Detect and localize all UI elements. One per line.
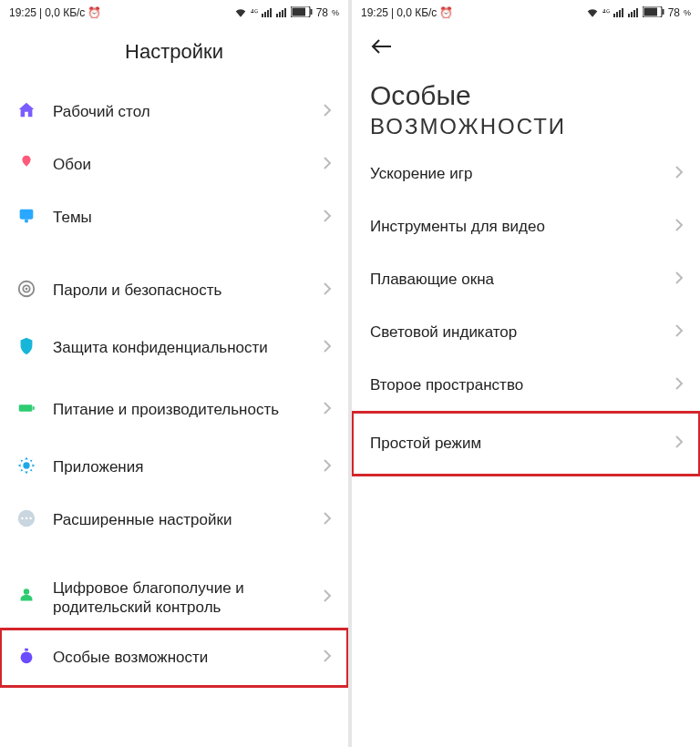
wellbeing-icon — [16, 586, 36, 609]
special-list[interactable]: Ускорение игр Инструменты для видео Плав… — [352, 148, 700, 748]
chevron-right-icon — [323, 281, 332, 300]
svg-point-20 — [21, 517, 24, 520]
row-security[interactable]: Пароли и безопасность — [0, 264, 348, 317]
signal-icon: ⁴ᴳ — [602, 8, 610, 17]
signal-bars-icon — [613, 6, 624, 20]
svg-rect-5 — [279, 12, 281, 17]
row-video-tools[interactable]: Инструменты для видео — [352, 200, 700, 253]
svg-rect-4 — [276, 14, 278, 17]
row-label: Цифровое благополучие и родительский кон… — [53, 578, 323, 618]
chevron-right-icon — [323, 103, 332, 121]
home-icon — [16, 100, 36, 124]
svg-rect-16 — [19, 404, 33, 411]
battery-settings-icon — [16, 398, 36, 422]
row-label: Питание и производительность — [53, 400, 323, 419]
row-label: Ускорение игр — [370, 164, 674, 183]
chevron-right-icon — [323, 511, 332, 529]
svg-rect-9 — [292, 7, 305, 15]
back-button[interactable] — [370, 42, 394, 57]
svg-rect-26 — [613, 14, 615, 17]
wifi-icon — [234, 6, 247, 20]
row-battery[interactable]: Питание и производительность — [0, 379, 348, 441]
chevron-right-icon — [323, 588, 332, 607]
signal-bars-icon-2 — [276, 6, 287, 20]
row-led-indicator[interactable]: Световой индикатор — [352, 306, 700, 359]
svg-rect-0 — [262, 14, 263, 17]
row-themes[interactable]: Темы — [0, 191, 348, 244]
chevron-right-icon — [323, 458, 332, 476]
row-label: Приложения — [53, 457, 323, 476]
status-battery-pct: 78 — [668, 6, 680, 19]
row-label: Защита конфиденциальности — [53, 338, 323, 357]
settings-screen: 19:25 | 0,0 КБ/с ⏰ ⁴ᴳ 78% Настройки — [0, 0, 348, 747]
svg-rect-10 — [310, 9, 312, 15]
svg-rect-29 — [622, 8, 623, 17]
svg-rect-31 — [631, 12, 633, 17]
row-home[interactable]: Рабочий стол — [0, 86, 348, 138]
svg-rect-12 — [25, 220, 28, 223]
row-label: Плавающие окна — [370, 270, 674, 289]
status-net-speed: 0,0 КБ/с — [396, 6, 437, 19]
svg-rect-2 — [267, 10, 269, 17]
row-floating-windows[interactable]: Плавающие окна — [352, 253, 700, 306]
battery-icon — [643, 6, 664, 20]
chevron-right-icon — [323, 649, 332, 667]
svg-rect-28 — [619, 10, 621, 17]
svg-point-22 — [29, 517, 32, 520]
row-label: Темы — [53, 208, 323, 227]
settings-list[interactable]: Рабочий стол Обои Темы Пароли и безопасн… — [0, 86, 348, 747]
security-icon — [16, 279, 36, 302]
more-icon — [16, 508, 36, 532]
chevron-right-icon — [323, 209, 332, 227]
signal-bars-icon — [262, 6, 273, 20]
svg-point-25 — [21, 651, 33, 663]
chevron-right-icon — [674, 376, 684, 394]
row-second-space[interactable]: Второе пространство — [352, 359, 700, 412]
row-label: Пароли и безопасность — [53, 281, 323, 300]
row-privacy[interactable]: Защита конфиденциальности — [0, 317, 348, 379]
wallpaper-icon — [16, 153, 36, 177]
status-time: 19:25 — [9, 6, 36, 19]
chevron-right-icon — [323, 401, 332, 419]
row-label: Расширенные настройки — [53, 510, 323, 529]
row-label: Световой индикатор — [370, 322, 674, 342]
row-label: Второе пространство — [370, 375, 674, 394]
svg-rect-24 — [25, 649, 28, 651]
alarm-icon: ⏰ — [88, 6, 101, 19]
wifi-icon — [586, 6, 599, 20]
row-simple-mode[interactable]: Простой режим — [352, 412, 700, 476]
status-bar: 19:25 | 0,0 КБ/с ⏰ ⁴ᴳ 78% — [352, 0, 700, 26]
row-label: Особые возможности — [53, 648, 323, 667]
row-label: Простой режим — [370, 434, 674, 453]
row-apps[interactable]: Приложения — [0, 441, 348, 494]
chevron-right-icon — [674, 435, 684, 453]
row-wellbeing[interactable]: Цифровое благополучие и родительский кон… — [0, 567, 348, 629]
svg-rect-32 — [633, 10, 635, 17]
svg-point-15 — [26, 288, 28, 291]
chevron-right-icon — [674, 323, 684, 342]
svg-rect-1 — [264, 12, 266, 17]
privacy-icon — [16, 336, 36, 360]
chevron-right-icon — [323, 339, 332, 357]
page-title: Особые возможности — [352, 62, 700, 148]
alarm-icon: ⏰ — [439, 6, 453, 19]
special-features-screen: 19:25 | 0,0 КБ/с ⏰ ⁴ᴳ 78% Ос — [352, 0, 700, 747]
svg-rect-6 — [282, 10, 283, 17]
status-net-speed: 0,0 КБ/с — [45, 6, 85, 19]
signal-icon: ⁴ᴳ — [251, 8, 258, 17]
svg-rect-27 — [616, 12, 618, 17]
row-game-boost[interactable]: Ускорение игр — [352, 148, 700, 200]
row-wallpaper[interactable]: Обои — [0, 138, 348, 191]
svg-rect-11 — [20, 210, 34, 220]
row-label: Рабочий стол — [53, 102, 323, 121]
page-title: Настройки — [0, 26, 348, 86]
svg-rect-36 — [662, 9, 664, 15]
svg-rect-30 — [628, 14, 630, 17]
svg-rect-7 — [284, 8, 286, 17]
row-advanced[interactable]: Расширенные настройки — [0, 494, 348, 547]
row-special-features[interactable]: Особые возможности — [0, 629, 348, 687]
signal-bars-icon-2 — [628, 6, 639, 20]
row-label: Обои — [53, 155, 323, 174]
chevron-right-icon — [674, 218, 684, 236]
svg-point-23 — [24, 588, 29, 594]
